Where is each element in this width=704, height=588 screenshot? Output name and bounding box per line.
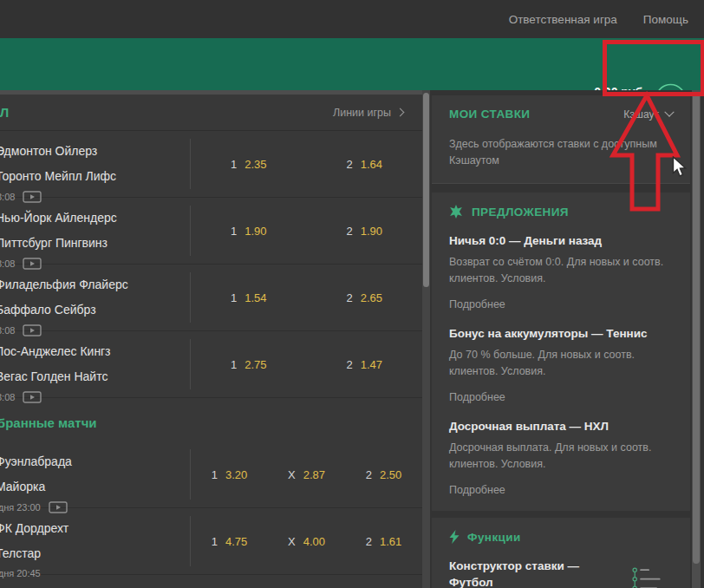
offer-body: Досрочная выплата. Для новых и соотв. кл… xyxy=(449,440,673,473)
odds-button[interactable]: X4.00 xyxy=(268,516,345,566)
odds-button[interactable]: 21.64 xyxy=(307,139,423,189)
feature-item: Конструктор ставки — Футбол Создайте соб… xyxy=(449,558,673,588)
team-away: Питтсбург Пингвинз xyxy=(0,231,190,256)
match-row: Эдмонтон Ойлерз Торонто Мейпл Лифс 3:08 … xyxy=(0,131,422,198)
cashout-dropdown[interactable]: Кэшаут xyxy=(623,108,673,121)
odds-button[interactable]: 22.65 xyxy=(307,272,423,323)
match-row: ФК Дордрехт Телстар Сегодня 20:45 14.75 … xyxy=(0,508,422,575)
responsible-gaming-link[interactable]: Ответственная игра xyxy=(509,13,617,26)
match-info[interactable]: Эдмонтон Ойлерз Торонто Мейпл Лифс 3:08 xyxy=(0,131,190,197)
odds-button[interactable]: 22.50 xyxy=(345,449,422,500)
features-title: Функции xyxy=(467,531,521,544)
match-time: 3:08 xyxy=(0,392,15,402)
odds-group: 13.20 X2.87 22.50 xyxy=(190,449,422,500)
bet-builder-icon xyxy=(631,558,673,588)
offer-body: Возврат со счётом 0:0. Для новых и соотв… xyxy=(449,254,673,287)
help-link[interactable]: Помощь xyxy=(643,13,688,26)
team-away: Торонто Мейпл Лифс xyxy=(0,164,190,189)
team-away: Майорка xyxy=(0,474,190,500)
betting-site-screen: Ответственная игра Помощь 0,00 руб. Депо… xyxy=(0,0,704,588)
my-bets-title: МОИ СТАВКИ xyxy=(449,108,530,121)
match-info[interactable]: Фуэнлабрада Майорка Сегодня 23:00 xyxy=(0,441,190,507)
team-home: Лос-Анджелес Кингз xyxy=(0,339,190,364)
featured-matches-title: Избранные матчи xyxy=(0,415,97,430)
offer-title: Досрочная выплата — НХЛ xyxy=(449,419,673,434)
offer-item: Досрочная выплата — НХЛ Досрочная выплат… xyxy=(449,419,673,497)
league-header: НХЛ Линии игры xyxy=(0,95,422,131)
odds-group: 12.35 21.64 xyxy=(190,139,422,189)
odds-button[interactable]: 21.61 xyxy=(345,516,422,566)
offer-more-link[interactable]: Подробнее xyxy=(449,298,505,310)
team-home: Нью-Йорк Айлендерс xyxy=(0,206,190,231)
team-away: Баффало Сейбрз xyxy=(0,297,190,323)
offer-item: Ничья 0:0 — Деньги назад Возврат со счёт… xyxy=(449,233,673,311)
match-time: Сегодня 20:45 xyxy=(0,568,41,578)
offers-section: ПРЕДЛОЖЕНИЯ Ничья 0:0 — Деньги назад Воз… xyxy=(432,193,690,511)
odds-button[interactable]: 21.90 xyxy=(307,206,423,256)
lightning-icon xyxy=(449,530,460,544)
highlight-box-annotation xyxy=(603,40,704,96)
odds-button[interactable]: 11.90 xyxy=(191,206,307,256)
match-info[interactable]: ФК Дордрехт Телстар Сегодня 20:45 xyxy=(0,508,190,574)
odds-group: 12.75 21.47 xyxy=(190,339,422,389)
game-lines-link[interactable]: Линии игры xyxy=(333,107,403,119)
offers-title: ПРЕДЛОЖЕНИЯ xyxy=(472,206,569,219)
team-home: Фуэнлабрада xyxy=(0,449,190,474)
match-info[interactable]: Филадельфия Флайерс Баффало Сейбрз 3:08 xyxy=(0,265,190,330)
my-bets-panel: МОИ СТАВКИ Кэшаут Здесь отображаются ста… xyxy=(432,90,690,588)
offer-more-link[interactable]: Подробнее xyxy=(449,484,505,496)
chevron-right-icon xyxy=(396,108,405,117)
featured-matches-header: Избранные матчи xyxy=(0,398,422,441)
features-section: Функции Конструктор ставки — Футбол Созд… xyxy=(432,518,690,588)
live-stream-icon xyxy=(23,391,42,403)
feature-title: Конструктор ставки — Футбол xyxy=(449,558,609,588)
odds-button[interactable]: X2.87 xyxy=(268,449,345,500)
utility-bar: Ответственная игра Помощь xyxy=(0,0,704,38)
team-home: Эдмонтон Ойлерз xyxy=(0,139,190,164)
odds-button[interactable]: 14.75 xyxy=(191,516,268,566)
offer-title: Бонус на аккумуляторы — Теннис xyxy=(449,326,673,342)
odds-button[interactable]: 21.47 xyxy=(307,339,423,389)
star-burst-icon xyxy=(449,205,463,219)
offer-more-link[interactable]: Подробнее xyxy=(449,391,505,403)
odds-group: 14.75 X4.00 21.61 xyxy=(190,516,422,566)
odds-button[interactable]: 13.20 xyxy=(191,449,268,500)
match-info[interactable]: Нью-Йорк Айлендерс Питтсбург Пингвинз 3:… xyxy=(0,198,190,264)
team-home: ФК Дордрехт xyxy=(0,516,190,541)
match-row: Фуэнлабрада Майорка Сегодня 23:00 13.20 … xyxy=(0,441,422,508)
match-row: Лос-Анджелес Кингз Вегас Голден Найтс 3:… xyxy=(0,331,422,398)
match-info[interactable]: Лос-Анджелес Кингз Вегас Голден Найтс 3:… xyxy=(0,331,190,397)
main-header: 0,00 руб. Депозит xyxy=(0,38,704,90)
offer-body: До 70 % больше. Для новых и соотв. клиен… xyxy=(449,347,673,380)
match-row: Нью-Йорк Айлендерс Питтсбург Пингвинз 3:… xyxy=(0,198,422,265)
odds-group: 11.54 22.65 xyxy=(190,272,422,323)
offer-title: Ничья 0:0 — Деньги назад xyxy=(449,233,673,249)
offer-item: Бонус на аккумуляторы — Теннис До 70 % б… xyxy=(449,326,673,404)
my-bets-section: МОИ СТАВКИ Кэшаут Здесь отображаются ста… xyxy=(432,95,690,184)
team-away: Вегас Голден Найтс xyxy=(0,364,190,389)
right-scrollbar-thumb[interactable] xyxy=(693,92,700,564)
chevron-down-icon xyxy=(664,107,674,116)
right-scrollbar xyxy=(692,90,701,588)
my-bets-empty-text: Здесь отображаются ставки с доступным Кэ… xyxy=(449,136,685,169)
match-row: Филадельфия Флайерс Баффало Сейбрз 3:08 … xyxy=(0,265,422,331)
odds-group: 11.90 21.90 xyxy=(190,206,422,256)
team-away: Телстар xyxy=(0,541,190,566)
team-home: Филадельфия Флайерс xyxy=(0,272,190,297)
left-scrollbar xyxy=(422,90,430,588)
odds-button[interactable]: 11.54 xyxy=(191,272,307,323)
matches-panel: НХЛ Линии игры Эдмонтон Ойлерз Торонто М… xyxy=(0,90,422,588)
league-title: НХЛ xyxy=(0,105,9,120)
left-scrollbar-thumb[interactable] xyxy=(423,93,429,287)
odds-button[interactable]: 12.35 xyxy=(191,139,307,189)
odds-button[interactable]: 12.75 xyxy=(191,339,307,389)
